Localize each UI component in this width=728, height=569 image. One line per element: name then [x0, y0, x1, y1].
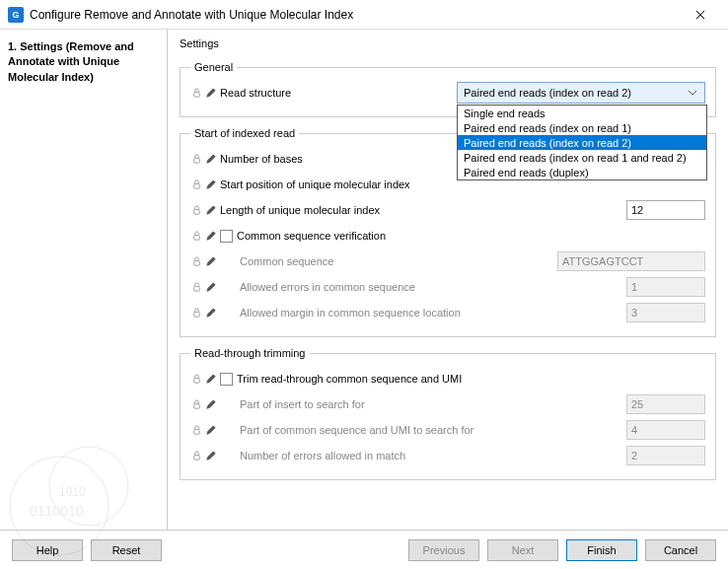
csv-label: Common sequence verification	[237, 230, 386, 242]
num-bases-label: Number of bases	[220, 153, 303, 165]
svg-rect-14	[193, 429, 199, 434]
general-group: General Read structure Paired end reads …	[180, 61, 716, 117]
svg-rect-4	[193, 92, 199, 97]
pencil-icon	[204, 204, 216, 216]
num-errors-label: Number of errors allowed in match	[240, 450, 405, 462]
pencil-icon	[204, 87, 216, 99]
csv-checkbox[interactable]	[220, 230, 233, 243]
lock-icon	[190, 178, 202, 190]
common-seq-input	[557, 251, 705, 271]
svg-rect-11	[193, 312, 199, 317]
allowed-margin-input	[626, 303, 705, 322]
general-legend: General	[190, 61, 237, 73]
button-bar: Help Reset Previous Next Finish Cancel	[0, 530, 728, 569]
length-label: Length of unique molecular index	[220, 204, 380, 216]
length-input[interactable]	[626, 200, 705, 220]
allowed-margin-label: Allowed margin in common sequence locati…	[240, 307, 461, 319]
read-structure-dropdown[interactable]: Paired end reads (index on read 2) Singl…	[457, 82, 705, 104]
lock-icon	[190, 255, 202, 267]
svg-point-1	[49, 447, 128, 526]
pencil-icon	[204, 373, 216, 385]
svg-text:0110010: 0110010	[30, 503, 84, 519]
previous-button: Previous	[408, 539, 479, 561]
svg-rect-15	[193, 455, 199, 460]
start-pos-label: Start position of unique molecular index	[220, 178, 410, 190]
svg-rect-7	[193, 209, 199, 214]
reset-button[interactable]: Reset	[91, 539, 162, 561]
settings-panel: Settings General Read structure Paired e…	[168, 30, 728, 530]
pencil-icon	[204, 255, 216, 267]
lock-icon	[190, 450, 202, 462]
part-common-label: Part of common sequence and UMI to searc…	[240, 424, 473, 436]
indexed-read-legend: Start of indexed read	[190, 127, 299, 139]
trim-label: Trim read-through common sequence and UM…	[237, 373, 462, 385]
settings-heading: Settings	[180, 37, 716, 49]
part-common-input	[626, 420, 705, 440]
part-insert-input	[626, 394, 705, 414]
lock-icon	[190, 281, 202, 293]
allowed-errors-input	[626, 277, 705, 297]
read-structure-options: Single end readsPaired end reads (index …	[457, 105, 707, 180]
svg-rect-6	[193, 183, 199, 188]
close-icon	[695, 10, 705, 20]
dropdown-option[interactable]: Paired end reads (index on read 1)	[458, 120, 706, 135]
lock-icon	[190, 153, 202, 165]
svg-rect-8	[193, 235, 199, 240]
part-insert-label: Part of insert to search for	[240, 398, 365, 410]
lock-icon	[190, 87, 202, 99]
window-title: Configure Remove and Annotate with Uniqu…	[30, 8, 681, 22]
svg-rect-5	[193, 158, 199, 163]
allowed-errors-label: Allowed errors in common sequence	[240, 281, 415, 293]
lock-icon	[190, 424, 202, 436]
svg-rect-13	[193, 403, 199, 408]
step-title: Settings (Remove and Annotate with Uniqu…	[8, 40, 134, 83]
pencil-icon	[204, 230, 216, 242]
read-structure-label: Read structure	[220, 87, 291, 99]
svg-text:1010: 1010	[59, 485, 86, 499]
pencil-icon	[204, 424, 216, 436]
lock-icon	[190, 307, 202, 319]
common-seq-label: Common sequence	[240, 255, 333, 267]
svg-rect-12	[193, 378, 199, 383]
readthrough-group: Read-through trimming Trim read-through …	[180, 347, 716, 480]
pencil-icon	[204, 178, 216, 190]
pencil-icon	[204, 153, 216, 165]
svg-rect-9	[193, 260, 199, 265]
finish-button[interactable]: Finish	[566, 539, 637, 561]
wizard-step-1: 1. Settings (Remove and Annotate with Un…	[8, 39, 159, 85]
chevron-down-icon	[685, 91, 700, 96]
wizard-sidebar: 1. Settings (Remove and Annotate with Un…	[0, 30, 168, 530]
close-button[interactable]	[681, 0, 720, 30]
lock-icon	[190, 230, 202, 242]
next-button: Next	[487, 539, 558, 561]
help-button[interactable]: Help	[12, 539, 83, 561]
dropdown-option[interactable]: Paired end reads (index on read 1 and re…	[458, 150, 706, 165]
readthrough-legend: Read-through trimming	[190, 347, 310, 359]
dropdown-option[interactable]: Single end reads	[458, 106, 706, 120]
titlebar: G Configure Remove and Annotate with Uni…	[0, 0, 728, 30]
pencil-icon	[204, 450, 216, 462]
lock-icon	[190, 398, 202, 410]
pencil-icon	[204, 281, 216, 293]
dropdown-option[interactable]: Paired end reads (index on read 2)	[458, 135, 706, 150]
pencil-icon	[204, 307, 216, 319]
lock-icon	[190, 373, 202, 385]
num-errors-input	[626, 446, 705, 465]
pencil-icon	[204, 398, 216, 410]
dropdown-option[interactable]: Paired end reads (duplex)	[458, 165, 706, 179]
app-icon: G	[8, 7, 24, 23]
step-number: 1.	[8, 40, 17, 52]
dropdown-value: Paired end reads (index on read 2)	[464, 87, 685, 99]
trim-checkbox[interactable]	[220, 373, 233, 386]
cancel-button[interactable]: Cancel	[645, 539, 716, 561]
lock-icon	[190, 204, 202, 216]
svg-rect-10	[193, 286, 199, 291]
